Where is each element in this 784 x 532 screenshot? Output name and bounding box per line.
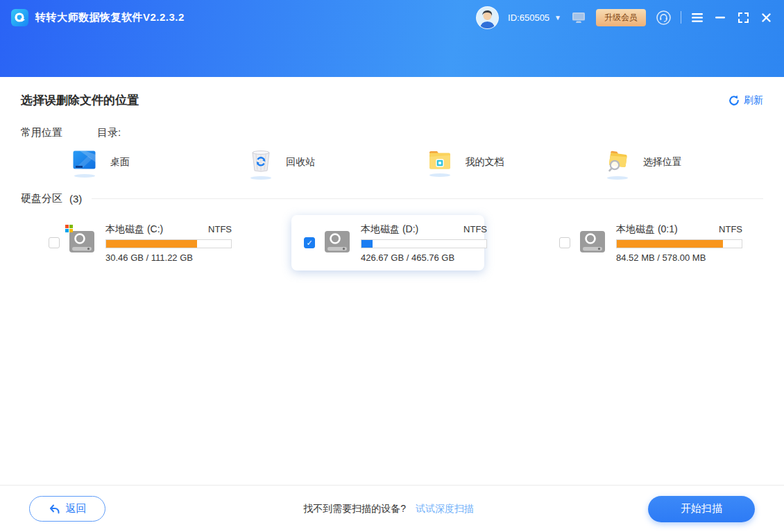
partition-name: 本地磁盘 (0:1) bbox=[616, 223, 678, 236]
choose-location-icon bbox=[606, 151, 629, 175]
partition-name: 本地磁盘 (D:) bbox=[361, 223, 418, 236]
partitions-label: 硬盘分区 bbox=[21, 192, 62, 205]
location-item-my-documents[interactable]: 我的文档 bbox=[429, 151, 606, 180]
titlebar-divider bbox=[681, 11, 681, 24]
back-label: 返回 bbox=[66, 502, 87, 515]
windows-logo-icon bbox=[65, 225, 74, 233]
location-label: 我的文档 bbox=[466, 156, 504, 169]
partition-size: 84.52 MB / 578.00 MB bbox=[616, 252, 742, 263]
partition-filesystem: NTFS bbox=[208, 224, 232, 234]
section-divider bbox=[92, 198, 763, 199]
directory-label: 目录: bbox=[97, 126, 121, 139]
partition-size: 30.46 GB / 111.22 GB bbox=[105, 252, 232, 263]
app-title: 转转大师数据恢复软件V2.2.3.2 bbox=[35, 11, 185, 24]
usage-bar bbox=[361, 239, 487, 248]
app-window: 转转大师数据恢复软件V2.2.3.2 ID:650505 ▼ bbox=[0, 0, 784, 532]
minimize-icon[interactable] bbox=[713, 10, 727, 24]
chevron-down-icon[interactable]: ▼ bbox=[554, 14, 561, 22]
location-label: 回收站 bbox=[286, 156, 315, 169]
common-locations-row: 桌面 bbox=[73, 151, 784, 180]
location-item-recycle-bin[interactable]: 回收站 bbox=[250, 151, 428, 180]
device-hint-text: 找不到需要扫描的设备? bbox=[303, 503, 406, 515]
recycle-bin-icon bbox=[250, 151, 271, 175]
undo-arrow-icon bbox=[49, 504, 60, 514]
back-button[interactable]: 返回 bbox=[29, 496, 105, 522]
location-item-choose-location[interactable]: 选择位置 bbox=[606, 151, 784, 180]
avatar[interactable] bbox=[476, 6, 499, 29]
deep-scan-link[interactable]: 试试深度扫描 bbox=[416, 503, 474, 515]
partition-card-d[interactable]: ✓ 本地磁盘 (D:) NTFS bbox=[291, 215, 484, 271]
location-item-desktop[interactable]: 桌面 bbox=[73, 151, 250, 180]
partitions-count: (3) bbox=[69, 193, 82, 205]
start-scan-button[interactable]: 开始扫描 bbox=[648, 496, 755, 522]
partitions-row: ✓ 本地磁盘 bbox=[36, 215, 784, 271]
icon-shadow bbox=[429, 173, 450, 177]
main-content: 选择误删除文件的位置 刷新 常用位置 目录: bbox=[0, 77, 784, 485]
usage-bar bbox=[616, 239, 742, 248]
hard-drive-icon bbox=[579, 244, 606, 256]
footer-bar: 返回 找不到需要扫描的设备? 试试深度扫描 开始扫描 bbox=[0, 485, 784, 532]
titlebar: 转转大师数据恢复软件V2.2.3.2 ID:650505 ▼ bbox=[0, 0, 784, 35]
partition-checkbox[interactable]: ✓ bbox=[304, 237, 315, 248]
app-logo-icon bbox=[11, 9, 28, 26]
partition-checkbox[interactable]: ✓ bbox=[559, 237, 570, 248]
menu-icon[interactable] bbox=[690, 10, 704, 24]
common-locations-label: 常用位置 bbox=[21, 126, 97, 139]
monitor-icon[interactable] bbox=[570, 10, 587, 24]
usage-bar bbox=[105, 239, 232, 248]
maximize-icon[interactable] bbox=[736, 10, 750, 24]
close-icon[interactable] bbox=[759, 10, 773, 24]
hard-drive-icon bbox=[68, 244, 96, 256]
partition-filesystem: NTFS bbox=[463, 224, 487, 234]
icon-shadow bbox=[607, 176, 628, 180]
desktop-icon bbox=[73, 151, 96, 173]
support-headset-icon[interactable] bbox=[655, 10, 672, 24]
refresh-icon bbox=[728, 95, 740, 106]
icon-shadow bbox=[250, 176, 271, 180]
hard-drive-icon bbox=[323, 244, 351, 256]
user-id: ID:650505 bbox=[508, 12, 549, 23]
partition-checkbox[interactable]: ✓ bbox=[49, 237, 60, 248]
location-label: 桌面 bbox=[110, 156, 130, 169]
refresh-button[interactable]: 刷新 bbox=[728, 94, 763, 107]
location-label: 选择位置 bbox=[643, 156, 682, 169]
top-banner: 转转大师数据恢复软件V2.2.3.2 ID:650505 ▼ bbox=[0, 0, 784, 77]
partition-card-01[interactable]: ✓ 本地磁盘 (0:1) NTFS bbox=[547, 215, 740, 271]
page-title: 选择误删除文件的位置 bbox=[21, 92, 139, 108]
refresh-label: 刷新 bbox=[744, 94, 763, 107]
partition-card-c[interactable]: ✓ 本地磁盘 bbox=[36, 215, 229, 271]
partition-name: 本地磁盘 (C:) bbox=[105, 223, 163, 236]
partition-filesystem: NTFS bbox=[719, 224, 742, 234]
upgrade-member-button[interactable]: 升级会员 bbox=[596, 9, 646, 26]
my-documents-icon bbox=[429, 151, 451, 172]
icon-shadow bbox=[74, 174, 95, 178]
partition-size: 426.67 GB / 465.76 GB bbox=[361, 252, 487, 263]
